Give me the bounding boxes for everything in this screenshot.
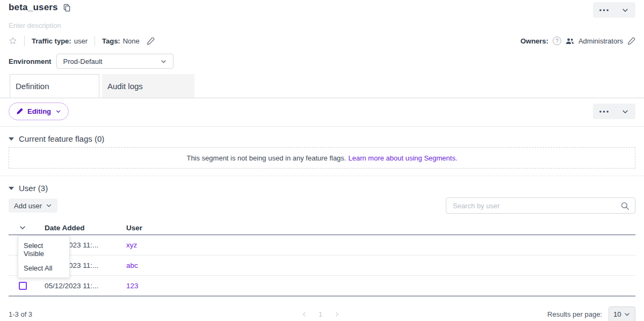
feature-flags-section-header[interactable]: Current feature flags (0)	[9, 134, 635, 143]
feature-flags-title: Current feature flags (0)	[19, 134, 104, 143]
editing-button[interactable]: Editing	[9, 103, 69, 120]
table-row: 05/12/2023 11:... 123	[9, 276, 635, 296]
add-user-button[interactable]: Add user	[9, 199, 57, 213]
page-header: beta_users	[9, 0, 635, 18]
user-controls-row: Add user	[9, 198, 635, 214]
description-placeholder[interactable]: Enter description	[9, 21, 635, 30]
menu-item-select-all[interactable]: Select All	[18, 261, 69, 275]
results-per-page-label: Results per page:	[547, 310, 602, 318]
definition-actions	[593, 104, 635, 119]
pagination: 1	[301, 310, 340, 318]
segment-page: beta_users Enter description Traffic typ…	[0, 0, 644, 321]
user-link[interactable]: xyz	[126, 241, 137, 249]
row-date: 05/12/2023 11:...	[45, 282, 126, 290]
divider	[0, 126, 644, 127]
owners-value: Administrators	[578, 37, 623, 45]
results-range: 1-3 of 3	[9, 310, 32, 318]
collapse-section-icon[interactable]	[615, 104, 635, 119]
collapse-header-icon[interactable]	[615, 2, 635, 18]
empty-message: This segment is not being used in any fe…	[186, 154, 346, 162]
owners-label: Owners:	[520, 37, 548, 45]
traffic-type-value: user	[74, 37, 88, 45]
divider	[24, 36, 25, 46]
star-icon[interactable]	[9, 37, 17, 45]
learn-more-link[interactable]: Learn more about using Segments.	[348, 154, 457, 162]
select-dropdown-menu: Select Visible Select All	[18, 236, 70, 278]
menu-item-select-visible[interactable]: Select Visible	[18, 238, 69, 261]
meta-row: Traffic type: user Tags: None Owners: ? …	[9, 35, 635, 46]
table-footer: 1-3 of 3 1 Results per page: 10	[9, 307, 635, 321]
tab-audit-logs[interactable]: Audit logs	[102, 74, 194, 98]
search-icon[interactable]	[620, 201, 629, 210]
user-link[interactable]: abc	[126, 261, 138, 269]
copy-icon[interactable]	[63, 4, 71, 12]
traffic-type: Traffic type: user	[32, 37, 88, 45]
divider	[95, 36, 95, 46]
results-per-page: Results per page: 10	[547, 307, 635, 321]
help-icon[interactable]: ?	[553, 37, 561, 45]
tags-value: None	[123, 37, 140, 45]
search-input[interactable]	[452, 201, 620, 210]
table-row: 05/12/2023 11:... xyz	[9, 235, 635, 256]
user-section-header[interactable]: User (3)	[9, 184, 635, 193]
tab-definition[interactable]: Definition	[10, 74, 99, 98]
prev-page-icon[interactable]	[301, 311, 307, 317]
feature-flags-empty-state: This segment is not being used in any fe…	[9, 147, 635, 169]
user-section-title: User (3)	[19, 184, 48, 193]
table-header-row: Date Added User	[9, 221, 635, 235]
tags: Tags: None	[102, 37, 140, 45]
results-per-page-select[interactable]: 10	[609, 307, 635, 321]
divider	[0, 176, 644, 176]
more-options-icon[interactable]	[593, 2, 615, 18]
column-header-user: User	[126, 224, 635, 232]
table-row: 05/12/2023 11:... abc	[9, 256, 635, 276]
collapse-triangle-icon	[9, 187, 14, 190]
header-actions	[593, 2, 635, 18]
row-checkbox[interactable]	[19, 282, 27, 290]
next-page-icon[interactable]	[334, 311, 340, 317]
edit-tags-icon[interactable]	[147, 37, 155, 45]
column-header-date: Date Added	[45, 224, 126, 232]
user-link[interactable]: 123	[126, 282, 139, 290]
environment-label: Environment	[9, 57, 51, 65]
users-table: Date Added User 05/12/2023 11:... xyz 05…	[9, 221, 635, 296]
current-page[interactable]: 1	[319, 310, 322, 318]
tab-bar: Definition Audit logs	[0, 74, 644, 98]
more-options-icon[interactable]	[593, 104, 615, 119]
environment-select[interactable]: Prod-Default	[56, 54, 173, 69]
search-box	[446, 198, 635, 214]
edit-owners-icon[interactable]	[627, 37, 635, 45]
users-icon	[566, 38, 574, 45]
environment-value: Prod-Default	[63, 57, 102, 65]
environment-row: Environment Prod-Default	[9, 54, 635, 69]
definition-toolbar: Editing	[9, 103, 635, 120]
select-menu-trigger-icon[interactable]	[19, 224, 26, 231]
page-title: beta_users	[9, 2, 58, 13]
collapse-triangle-icon	[9, 137, 14, 141]
